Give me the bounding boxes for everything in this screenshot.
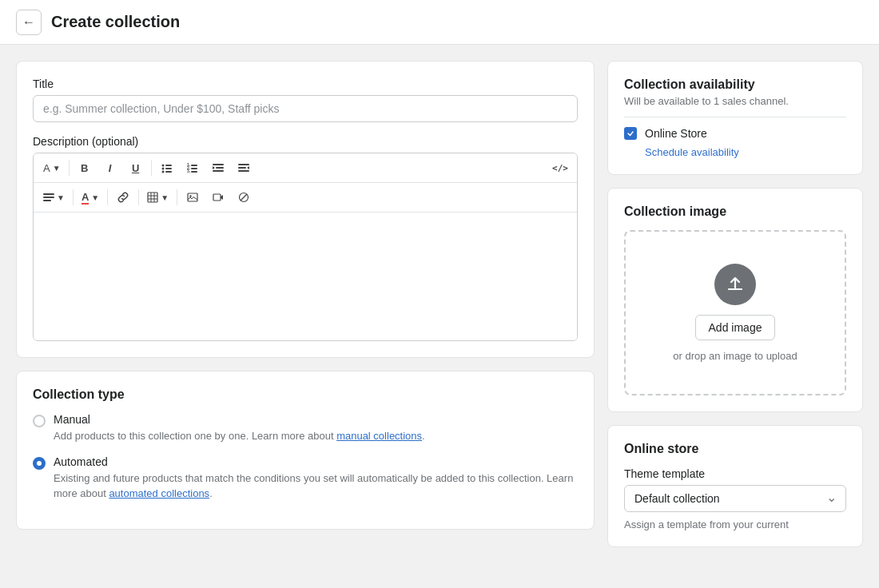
svg-rect-9 — [191, 168, 197, 169]
svg-rect-3 — [165, 168, 172, 169]
svg-rect-5 — [165, 171, 172, 173]
color-dropdown-icon: ▼ — [91, 193, 99, 202]
table-button[interactable]: ▼ — [142, 186, 173, 209]
collection-type-title: Collection type — [33, 387, 578, 402]
block-button[interactable] — [232, 186, 256, 209]
schedule-availability-link[interactable]: Schedule availability — [645, 146, 846, 158]
collection-type-card: Collection type Manual Add products to t… — [16, 371, 595, 530]
manual-description: Add products to this collection one by o… — [54, 428, 425, 444]
code-button[interactable]: </> — [548, 157, 572, 179]
indent-increase-button[interactable] — [232, 157, 256, 179]
automated-description: Existing and future products that match … — [54, 471, 578, 502]
upload-zone[interactable]: Add image or drop an image to upload — [624, 230, 846, 395]
theme-select-wrapper: Default collection — [624, 485, 846, 512]
title-label: Title — [33, 77, 578, 90]
image-card: Collection image Add image or drop an im… — [607, 188, 863, 412]
theme-select[interactable]: Default collection — [624, 485, 846, 512]
align-icon — [43, 192, 54, 203]
svg-rect-1 — [165, 165, 172, 166]
toolbar-row-1: A ▼ B I U — [34, 153, 577, 183]
svg-rect-7 — [191, 165, 197, 166]
table-dropdown-icon: ▼ — [161, 193, 169, 202]
underline-button[interactable]: U — [124, 157, 148, 179]
svg-rect-14 — [213, 170, 224, 172]
svg-point-0 — [161, 165, 164, 167]
svg-rect-20 — [43, 200, 51, 201]
online-store-title: Online store — [624, 442, 846, 456]
left-column: Title Description (optional) A ▼ B I U — [16, 61, 595, 547]
svg-rect-18 — [43, 193, 54, 195]
automated-option: Automated Existing and future products t… — [33, 455, 578, 502]
add-image-button[interactable]: Add image — [695, 315, 776, 340]
separator-6 — [177, 189, 177, 205]
collection-image-title: Collection image — [624, 205, 846, 219]
svg-rect-21 — [148, 193, 157, 202]
link-button[interactable] — [111, 186, 135, 209]
automated-radio[interactable] — [33, 457, 46, 470]
drop-text: or drop an image to upload — [673, 350, 797, 362]
main-layout: Title Description (optional) A ▼ B I U — [0, 45, 879, 563]
ordered-list-icon: 1. 2. 3. — [187, 162, 198, 173]
manual-option: Manual Add products to this collection o… — [33, 413, 578, 444]
font-dropdown-icon: ▼ — [53, 164, 61, 173]
indent-increase-icon — [238, 162, 249, 173]
separator-1 — [69, 160, 70, 176]
online-store-row: Online Store — [624, 127, 846, 140]
page-title: Create collection — [51, 13, 180, 31]
upload-icon-circle — [714, 264, 756, 305]
manual-option-text: Manual Add products to this collection o… — [54, 413, 425, 444]
online-store-checkbox[interactable] — [624, 127, 637, 140]
svg-rect-13 — [216, 167, 224, 169]
manual-radio[interactable] — [33, 415, 46, 427]
svg-rect-19 — [43, 197, 54, 198]
italic-button[interactable]: I — [98, 157, 122, 179]
table-icon — [147, 192, 158, 203]
automated-collections-link[interactable]: automated collections — [109, 487, 209, 499]
automated-option-text: Automated Existing and future products t… — [54, 455, 578, 502]
svg-point-2 — [161, 168, 164, 170]
svg-rect-28 — [213, 194, 221, 201]
image-insert-button[interactable] — [181, 186, 205, 209]
manual-collections-link[interactable]: manual collections — [336, 430, 422, 442]
title-description-card: Title Description (optional) A ▼ B I U — [16, 61, 595, 358]
link-icon — [117, 192, 129, 203]
bullet-list-icon — [161, 162, 173, 173]
font-family-button[interactable]: A ▼ — [38, 157, 66, 179]
toolbar-row-2: ▼ A ▼ — [34, 183, 577, 213]
separator-2 — [151, 160, 152, 176]
title-input[interactable] — [33, 95, 578, 122]
description-editor: A ▼ B I U — [33, 153, 578, 341]
assign-text: Assign a template from your current — [624, 518, 846, 530]
indent-decrease-button[interactable] — [206, 157, 230, 179]
bold-button[interactable]: B — [73, 157, 97, 179]
availability-divider — [624, 117, 846, 117]
automated-label: Automated — [54, 455, 578, 468]
color-A-icon: A — [82, 191, 89, 205]
availability-subtitle: Will be available to 1 sales channel. — [624, 95, 846, 107]
svg-line-30 — [241, 194, 247, 201]
bullet-list-button[interactable] — [155, 157, 179, 179]
image-icon — [187, 192, 198, 203]
separator-4 — [107, 189, 108, 205]
svg-point-27 — [189, 195, 191, 197]
text-color-button[interactable]: A ▼ — [77, 186, 104, 209]
availability-title: Collection availability — [624, 77, 846, 92]
back-button[interactable]: ← — [16, 10, 42, 35]
align-button[interactable]: ▼ — [38, 186, 70, 209]
checkmark-icon — [626, 129, 634, 137]
manual-label: Manual — [54, 413, 425, 426]
svg-rect-11 — [191, 171, 197, 173]
svg-rect-16 — [238, 167, 246, 169]
font-icon: A — [43, 162, 50, 174]
svg-rect-17 — [238, 170, 249, 172]
ordered-list-button[interactable]: 1. 2. 3. — [181, 157, 205, 179]
right-column: Collection availability Will be availabl… — [607, 61, 863, 547]
separator-3 — [73, 189, 74, 205]
online-store-card: Online store Theme template Default coll… — [607, 425, 863, 547]
editor-body[interactable] — [34, 213, 577, 340]
align-dropdown-icon: ▼ — [57, 193, 65, 202]
upload-icon — [726, 275, 745, 294]
page-header: ← Create collection — [0, 0, 879, 45]
online-store-label: Online Store — [645, 127, 707, 140]
video-insert-button[interactable] — [206, 186, 230, 209]
